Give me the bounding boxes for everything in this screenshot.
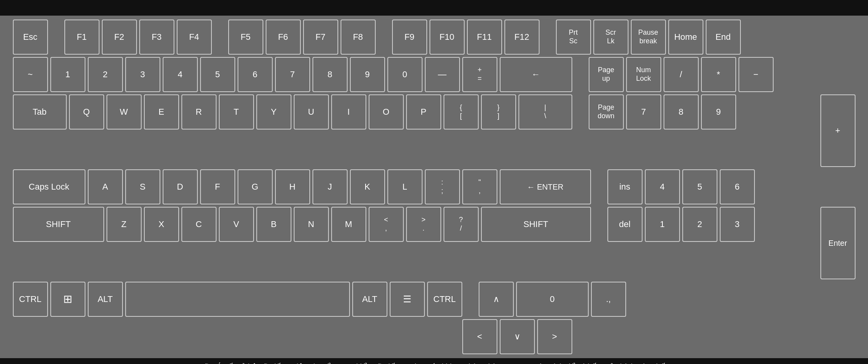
key-8[interactable]: 8 xyxy=(312,57,348,92)
key-f1[interactable]: F1 xyxy=(64,20,99,55)
key-num6[interactable]: 6 xyxy=(720,169,755,204)
key-7[interactable]: 7 xyxy=(275,57,310,92)
key-end[interactable]: End xyxy=(706,20,741,55)
key-f6[interactable]: F6 xyxy=(266,20,301,55)
key-num-minus[interactable]: − xyxy=(738,57,774,92)
key-lalt[interactable]: ALT xyxy=(88,282,123,317)
key-9[interactable]: 9 xyxy=(350,57,385,92)
key-f12[interactable]: F12 xyxy=(504,20,540,55)
key-ins[interactable]: ins xyxy=(607,169,643,204)
key-0[interactable]: 0 xyxy=(387,57,422,92)
key-rshift[interactable]: SHIFT xyxy=(481,207,591,242)
key-pageup[interactable]: Page up xyxy=(589,57,624,92)
key-l[interactable]: L xyxy=(387,169,422,204)
key-num9[interactable]: 9 xyxy=(701,94,736,130)
key-j[interactable]: J xyxy=(312,169,348,204)
key-4[interactable]: 4 xyxy=(163,57,198,92)
key-2[interactable]: 2 xyxy=(88,57,123,92)
key-pagedown[interactable]: Page down xyxy=(589,94,624,130)
key-backspace[interactable]: ← xyxy=(500,57,572,92)
key-rctrl[interactable]: CTRL xyxy=(427,282,462,317)
key-a[interactable]: A xyxy=(88,169,123,204)
key-up[interactable]: ∧ xyxy=(479,282,514,317)
key-prtsc[interactable]: Prt Sc xyxy=(556,20,591,55)
key-home[interactable]: Home xyxy=(668,20,703,55)
key-pause[interactable]: Pause break xyxy=(631,20,666,55)
key-num-plus[interactable]: + xyxy=(820,94,856,167)
key-n[interactable]: N xyxy=(294,207,329,242)
key-p[interactable]: P xyxy=(406,94,441,130)
key-num-asterisk[interactable]: * xyxy=(701,57,736,92)
key-left[interactable]: < xyxy=(462,319,497,354)
key-num0[interactable]: 0 xyxy=(516,282,589,317)
key-minus[interactable]: — xyxy=(425,57,460,92)
key-tab[interactable]: Tab xyxy=(13,94,67,130)
key-period[interactable]: > . xyxy=(406,207,441,242)
key-i[interactable]: I xyxy=(331,94,366,130)
key-num8[interactable]: 8 xyxy=(664,94,699,130)
key-f2[interactable]: F2 xyxy=(102,20,137,55)
key-e[interactable]: E xyxy=(144,94,179,130)
key-num-period[interactable]: ., xyxy=(591,282,626,317)
key-numlock[interactable]: Num Lock xyxy=(626,57,661,92)
key-m[interactable]: M xyxy=(331,207,366,242)
key-6[interactable]: 6 xyxy=(238,57,273,92)
key-3[interactable]: 3 xyxy=(125,57,160,92)
key-lbracket[interactable]: { [ xyxy=(444,94,479,130)
key-win[interactable]: ⊞ xyxy=(50,282,85,317)
key-y[interactable]: Y xyxy=(256,94,291,130)
key-z[interactable]: Z xyxy=(107,207,142,242)
key-enter[interactable]: ← ENTER xyxy=(500,169,591,204)
key-u[interactable]: U xyxy=(294,94,329,130)
key-rbracket[interactable]: } ] xyxy=(481,94,516,130)
key-d[interactable]: D xyxy=(163,169,198,204)
key-q[interactable]: Q xyxy=(69,94,104,130)
key-del[interactable]: del xyxy=(607,207,643,242)
key-semicolon[interactable]: : ; xyxy=(425,169,460,204)
key-menu[interactable]: ☰ xyxy=(390,282,425,317)
key-f5[interactable]: F5 xyxy=(228,20,263,55)
key-num-slash[interactable]: / xyxy=(664,57,699,92)
key-space[interactable] xyxy=(125,282,350,317)
key-num1[interactable]: 1 xyxy=(645,207,680,242)
key-c[interactable]: C xyxy=(181,207,217,242)
key-scrlk[interactable]: Scr Lk xyxy=(593,20,628,55)
key-down[interactable]: ∨ xyxy=(500,319,535,354)
key-5[interactable]: 5 xyxy=(200,57,235,92)
key-f11[interactable]: F11 xyxy=(467,20,502,55)
key-o[interactable]: O xyxy=(369,94,404,130)
key-f4[interactable]: F4 xyxy=(177,20,212,55)
key-x[interactable]: X xyxy=(144,207,179,242)
key-plus[interactable]: + = xyxy=(462,57,497,92)
key-b[interactable]: B xyxy=(256,207,291,242)
key-f8[interactable]: F8 xyxy=(341,20,376,55)
key-ralt[interactable]: ALT xyxy=(352,282,387,317)
key-t[interactable]: T xyxy=(219,94,254,130)
key-quote[interactable]: " , xyxy=(462,169,497,204)
key-num3[interactable]: 3 xyxy=(720,207,755,242)
key-f9[interactable]: F9 xyxy=(392,20,427,55)
key-f3[interactable]: F3 xyxy=(139,20,174,55)
key-slash[interactable]: ? / xyxy=(444,207,479,242)
key-num2[interactable]: 2 xyxy=(682,207,717,242)
key-num-enter[interactable]: Enter xyxy=(820,207,856,279)
key-comma[interactable]: < , xyxy=(369,207,404,242)
key-v[interactable]: V xyxy=(219,207,254,242)
key-k[interactable]: K xyxy=(350,169,385,204)
key-lshift[interactable]: SHIFT xyxy=(13,207,104,242)
key-s[interactable]: S xyxy=(125,169,160,204)
key-tilde[interactable]: ~ xyxy=(13,57,48,92)
key-right[interactable]: > xyxy=(537,319,572,354)
key-esc[interactable]: Esc xyxy=(13,20,48,55)
key-num7[interactable]: 7 xyxy=(626,94,661,130)
key-f[interactable]: F xyxy=(200,169,235,204)
key-h[interactable]: H xyxy=(275,169,310,204)
key-lctrl[interactable]: CTRL xyxy=(13,282,48,317)
key-g[interactable]: G xyxy=(238,169,273,204)
key-num4[interactable]: 4 xyxy=(645,169,680,204)
key-w[interactable]: W xyxy=(107,94,142,130)
key-f7[interactable]: F7 xyxy=(303,20,338,55)
key-capslock[interactable]: Caps Lock xyxy=(13,169,85,204)
key-f10[interactable]: F10 xyxy=(430,20,465,55)
key-r[interactable]: R xyxy=(181,94,217,130)
